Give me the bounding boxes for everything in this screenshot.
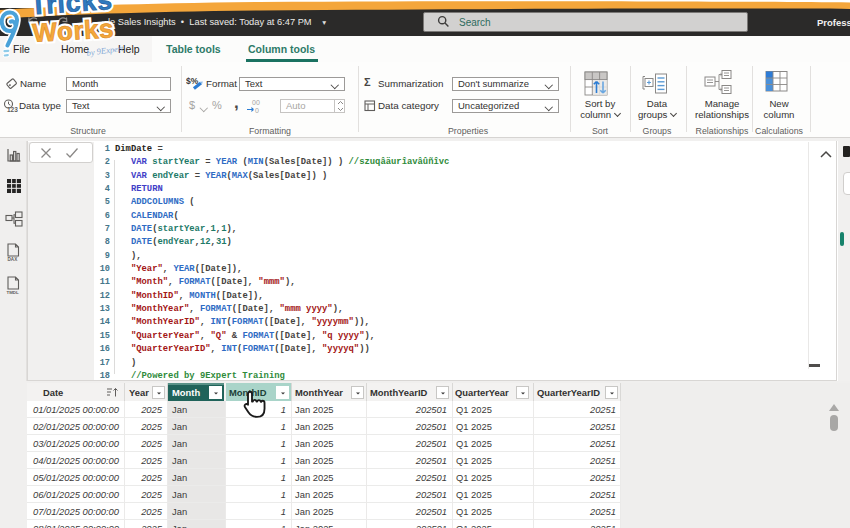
svg-text:by 9Expert: by 9Expert bbox=[86, 43, 125, 58]
svg-text:TMDL: TMDL bbox=[7, 290, 20, 295]
svg-text:00: 00 bbox=[252, 99, 260, 106]
svg-text:Works: Works bbox=[32, 13, 115, 48]
svg-text:0: 0 bbox=[255, 107, 259, 114]
svg-text:DAX: DAX bbox=[8, 257, 19, 262]
svg-text:123: 123 bbox=[7, 106, 18, 113]
